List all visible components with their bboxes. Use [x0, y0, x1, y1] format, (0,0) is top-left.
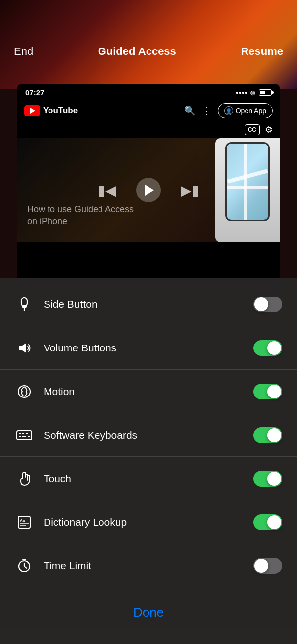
side-button-toggle[interactable]: [253, 297, 282, 312]
svg-marker-2: [19, 343, 26, 353]
cc-button[interactable]: CC: [245, 124, 260, 135]
youtube-controls-row: CC ⚙: [17, 121, 280, 138]
svg-rect-1: [22, 305, 27, 308]
dictionary-lookup-toggle[interactable]: [253, 514, 282, 530]
touch-icon: [15, 471, 34, 486]
battery-icon: [259, 89, 272, 96]
touch-toggle-knob: [267, 472, 281, 486]
toggle-row-software-keyboards: Software Keyboards: [0, 413, 297, 457]
dictionary-lookup-toggle-knob: [267, 515, 281, 529]
map-content: [227, 144, 268, 220]
svg-text:Aa: Aa: [20, 518, 25, 523]
side-button-icon: [15, 297, 34, 311]
bottom-panel: Side Button Volume Buttons Motion Softwa…: [0, 278, 297, 644]
motion-icon: [15, 385, 34, 398]
resume-button[interactable]: Resume: [241, 45, 283, 58]
svg-rect-9: [22, 436, 26, 437]
svg-rect-7: [26, 433, 28, 434]
software-keyboards-toggle-knob: [267, 428, 281, 442]
youtube-play-icon: [24, 105, 40, 116]
toggle-row-touch: Touch: [0, 457, 297, 500]
motion-label: Motion: [44, 386, 244, 397]
volume-buttons-label: Volume Buttons: [44, 342, 244, 354]
volume-buttons-icon: [15, 342, 34, 354]
time-limit-label: Time Limit: [44, 560, 244, 572]
more-icon[interactable]: ⋮: [202, 105, 211, 116]
svg-line-17: [24, 566, 27, 568]
svg-point-3: [18, 386, 30, 397]
header-bar: End Guided Access Resume: [0, 0, 297, 84]
time-limit-toggle[interactable]: [253, 558, 282, 574]
page-title: Guided Access: [98, 45, 176, 58]
open-app-label: Open App: [236, 107, 266, 115]
svg-rect-8: [19, 436, 21, 437]
phone-mock: [225, 142, 270, 221]
video-container: 07:27 ⊛ YouTube 🔍: [17, 84, 280, 292]
touch-label: Touch: [44, 473, 244, 485]
svg-rect-6: [22, 433, 24, 434]
touch-toggle[interactable]: [253, 471, 282, 487]
signal-icon: [236, 92, 247, 94]
software-keyboards-icon: [15, 429, 34, 441]
software-keyboards-toggle[interactable]: [253, 427, 282, 443]
dictionary-lookup-icon: Aa: [15, 515, 34, 529]
status-icons: ⊛: [236, 89, 272, 97]
svg-rect-10: [28, 436, 30, 437]
done-button[interactable]: Done: [133, 605, 164, 620]
user-avatar: 👤: [224, 106, 233, 115]
toggle-row-volume-buttons: Volume Buttons: [0, 326, 297, 370]
side-button-label: Side Button: [44, 298, 244, 310]
video-text-overlay: How to use Guided Access on iPhone: [27, 204, 136, 227]
next-button[interactable]: ▶▮: [181, 182, 199, 198]
time-limit-toggle-knob: [254, 559, 268, 573]
side-button-toggle-knob: [254, 297, 268, 311]
toggle-row-dictionary-lookup: Aa Dictionary Lookup: [0, 500, 297, 544]
toggle-row-side-button: Side Button: [0, 283, 297, 326]
settings-icon[interactable]: ⚙: [265, 124, 273, 135]
toggle-list: Side Button Volume Buttons Motion Softwa…: [0, 278, 297, 593]
open-app-button[interactable]: 👤 Open App: [218, 103, 273, 118]
toggle-row-time-limit: Time Limit: [0, 544, 297, 588]
youtube-label: YouTube: [43, 106, 78, 116]
done-section: Done: [0, 593, 297, 632]
video-controls-center: ▮◀ ▶▮: [98, 178, 199, 202]
wifi-icon: ⊛: [250, 89, 256, 97]
search-icon[interactable]: 🔍: [184, 105, 195, 116]
toggle-row-motion: Motion: [0, 370, 297, 413]
motion-toggle[interactable]: [253, 384, 282, 399]
video-content[interactable]: How to use Guided Access on iPhone ▮◀ ▶▮: [17, 138, 280, 242]
youtube-logo: YouTube: [24, 105, 78, 116]
software-keyboards-label: Software Keyboards: [44, 429, 244, 441]
play-button[interactable]: [136, 178, 161, 202]
video-thumbnail-right: [215, 138, 280, 242]
svg-rect-5: [19, 433, 21, 434]
prev-button[interactable]: ▮◀: [98, 182, 116, 198]
svg-rect-4: [17, 431, 32, 440]
time-limit-icon: [15, 559, 34, 573]
end-button[interactable]: End: [14, 45, 33, 58]
dictionary-lookup-label: Dictionary Lookup: [44, 516, 244, 528]
volume-buttons-toggle[interactable]: [253, 340, 282, 356]
video-time: 07:27: [25, 88, 44, 97]
youtube-actions: 🔍 ⋮ 👤 Open App: [184, 103, 273, 118]
youtube-header: YouTube 🔍 ⋮ 👤 Open App: [17, 100, 280, 121]
motion-toggle-knob: [267, 385, 281, 398]
volume-buttons-toggle-knob: [267, 341, 281, 355]
video-statusbar: 07:27 ⊛: [17, 84, 280, 100]
